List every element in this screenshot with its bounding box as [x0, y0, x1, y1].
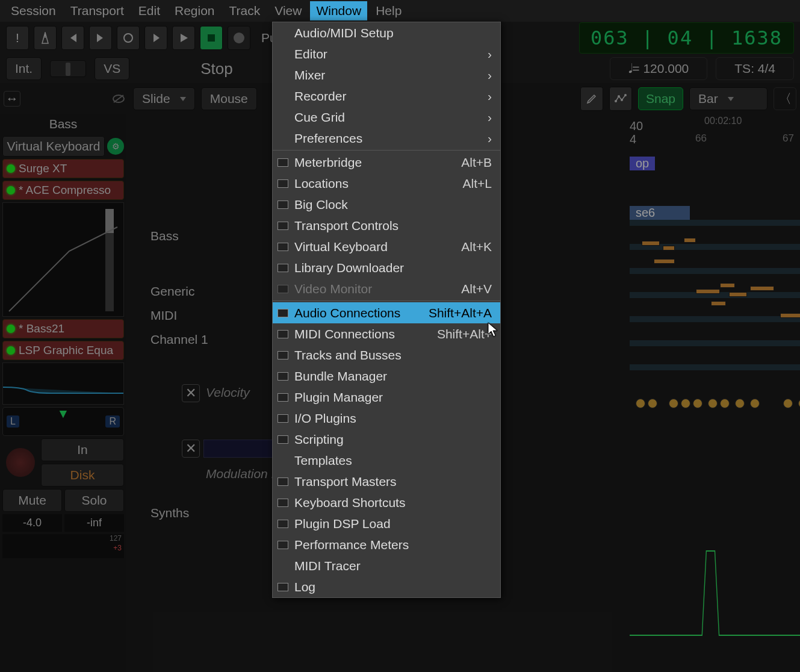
nudge-left-button[interactable]: 〈 — [774, 87, 796, 110]
play-range-button[interactable] — [144, 26, 167, 50]
marker-label[interactable]: 40 — [630, 119, 643, 133]
plugin-slot[interactable]: Surge XT — [2, 159, 124, 178]
menu-session[interactable]: Session — [5, 1, 62, 20]
edit-mode-selector[interactable]: Slide — [133, 87, 195, 110]
menu-item-log[interactable]: Log — [273, 576, 500, 597]
panic-button[interactable]: ! — [6, 26, 29, 50]
stop-button[interactable] — [200, 26, 223, 50]
track-header[interactable]: Bass — [150, 229, 179, 243]
monitor-disk-button[interactable]: Disk — [41, 464, 124, 487]
grid-unit-selector[interactable]: Bar — [689, 87, 767, 110]
metronome-button[interactable] — [34, 26, 57, 50]
loop-end-marker[interactable]: op — [630, 157, 655, 170]
eq-graph[interactable] — [2, 362, 124, 405]
goto-start-button[interactable] — [61, 26, 84, 50]
menu-item-locations[interactable]: LocationsAlt+L — [273, 173, 500, 194]
play-button[interactable] — [172, 26, 195, 50]
menu-help[interactable]: Help — [370, 1, 408, 20]
menu-item-plugin-dsp-load[interactable]: Plugin DSP Load — [273, 513, 500, 534]
automation-tool-button[interactable] — [609, 87, 632, 111]
menu-window[interactable]: Window — [310, 1, 367, 20]
menu-item-plugin-manager[interactable]: Plugin Manager — [273, 387, 500, 408]
velocity-lane[interactable] — [630, 391, 800, 530]
menu-view[interactable]: View — [268, 1, 308, 20]
menu-item-cue-grid[interactable]: Cue Grid› — [273, 107, 500, 128]
snap-toggle[interactable]: Snap — [638, 87, 683, 110]
menu-track[interactable]: Track — [223, 1, 267, 20]
midi-din-icon[interactable]: ⚙ — [107, 138, 124, 155]
solo-button[interactable]: Solo — [64, 489, 124, 512]
menu-region[interactable]: Region — [169, 1, 221, 20]
menu-item-midi-tracer[interactable]: MIDI Tracer — [273, 555, 500, 576]
menu-edit[interactable]: Edit — [132, 1, 166, 20]
accelerator-label: Alt+V — [461, 282, 492, 296]
track-header[interactable]: Synths — [150, 506, 189, 520]
marker-label[interactable]: 4 — [630, 132, 636, 146]
time-signature-display[interactable]: TS: 4/4 — [716, 57, 794, 80]
record-button[interactable] — [228, 26, 250, 50]
virtual-keyboard-button[interactable]: Virtual Keyboard — [2, 136, 105, 157]
tempo-display[interactable]: 𝅘𝅥 = 120.000 — [610, 57, 707, 80]
loop-button[interactable] — [117, 26, 140, 50]
draw-tool-button[interactable] — [580, 87, 603, 111]
automation-lane-header[interactable]: MIDI — [150, 308, 177, 323]
menu-item-tracks-and-busses[interactable]: Tracks and Busses — [273, 344, 500, 366]
visibility-toggle-icon[interactable] — [110, 91, 127, 107]
plugin-enable-led[interactable] — [7, 346, 15, 355]
monitor-in-button[interactable]: In — [41, 438, 124, 461]
midi-notes-region[interactable] — [630, 223, 800, 379]
sync-int-button[interactable]: Int. — [6, 57, 42, 80]
rec-arm-knob[interactable] — [6, 448, 35, 477]
checkbox-icon — [278, 520, 288, 528]
plugin-enable-led[interactable] — [7, 325, 15, 333]
menu-item-audio-connections[interactable]: Audio ConnectionsShift+Alt+A — [273, 302, 500, 323]
menu-item-transport-masters[interactable]: Transport Masters — [273, 471, 500, 492]
menu-item-midi-connections[interactable]: MIDI ConnectionsShift+Alt+ — [273, 323, 500, 344]
modulation-lane[interactable] — [630, 533, 800, 653]
mute-button[interactable]: Mute — [2, 489, 62, 512]
plugin-enable-led[interactable] — [7, 186, 15, 194]
gain-db-readout[interactable]: -4.0 — [2, 514, 62, 532]
menu-item-virtual-keyboard[interactable]: Virtual KeyboardAlt+K — [273, 236, 500, 257]
mouse-mode-selector[interactable]: Mouse — [201, 87, 257, 110]
menu-transport[interactable]: Transport — [64, 1, 130, 20]
close-lane-button[interactable]: ✕ — [182, 440, 200, 458]
menu-item-meterbridge[interactable]: MeterbridgeAlt+B — [273, 152, 500, 173]
menu-item-mixer[interactable]: Mixer› — [273, 64, 500, 86]
menu-item-recorder[interactable]: Recorder› — [273, 86, 500, 107]
peak-db-readout[interactable]: -inf — [64, 514, 124, 532]
strip-track-name[interactable]: Bass — [2, 114, 124, 134]
menu-item-library-downloader[interactable]: Library Downloader — [273, 257, 500, 278]
varispeed-button[interactable]: VS — [95, 57, 129, 80]
velocity-lane-header[interactable]: Velocity — [206, 385, 250, 400]
plugin-slot[interactable]: * ACE Compresso — [2, 181, 124, 200]
menu-item-transport-controls[interactable]: Transport Controls — [273, 215, 500, 236]
menu-item-performance-meters[interactable]: Performance Meters — [273, 534, 500, 555]
menu-item-templates[interactable]: Templates — [273, 450, 500, 471]
menu-item-label: Library Downloader — [294, 261, 492, 275]
menu-item-big-clock[interactable]: Big Clock — [273, 194, 500, 215]
menu-item-scripting[interactable]: Scripting — [273, 429, 500, 450]
menu-item-i-o-plugins[interactable]: I/O Plugins — [273, 408, 500, 429]
automation-lane-header[interactable]: Channel 1 — [150, 332, 208, 347]
zoom-full-button[interactable]: ↔ — [4, 91, 20, 107]
menu-item-audio-midi-setup[interactable]: Audio/MIDI Setup — [273, 22, 500, 43]
menu-item-editor[interactable]: Editor› — [273, 43, 500, 64]
plugin-slot[interactable]: LSP Graphic Equa — [2, 341, 124, 360]
plugin-enable-led[interactable] — [7, 164, 15, 173]
checkbox-icon — [278, 243, 288, 251]
primary-timecode[interactable]: 063 | 04 | 1638 — [579, 22, 794, 54]
compressor-graph[interactable] — [2, 202, 124, 317]
close-lane-button[interactable]: ✕ — [182, 384, 200, 402]
region-name-label[interactable]: se6 — [630, 206, 690, 220]
goto-end-button[interactable] — [89, 26, 112, 50]
automation-lane-header[interactable]: Generic — [150, 284, 195, 299]
submenu-arrow-icon: › — [488, 47, 492, 61]
menu-item-keyboard-shortcuts[interactable]: Keyboard Shortcuts — [273, 492, 500, 513]
shuttle-slider[interactable] — [50, 60, 86, 77]
plugin-slot[interactable]: * Bass21 — [2, 319, 124, 338]
menu-item-preferences[interactable]: Preferences› — [273, 128, 500, 149]
panner[interactable]: ▼ L R — [2, 407, 124, 436]
menu-item-bundle-manager[interactable]: Bundle Manager — [273, 366, 500, 387]
modulation-lane-header[interactable]: Modulation ... — [206, 467, 282, 481]
